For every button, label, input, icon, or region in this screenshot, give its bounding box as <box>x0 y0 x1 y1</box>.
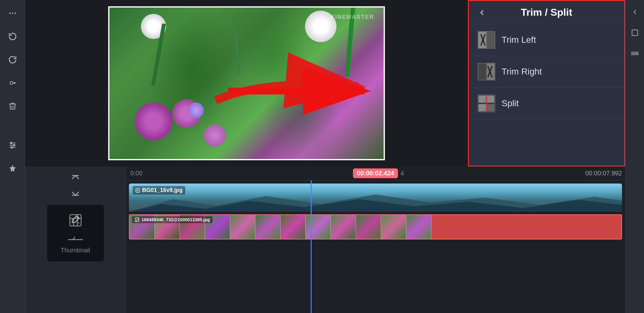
timeline-main: 0:00 00:00:02.424 4 00:00:07.992 <box>126 167 625 313</box>
redo-button[interactable] <box>6 53 19 67</box>
svg-rect-21 <box>479 96 486 103</box>
thumbnail-label: Thumbnail <box>61 247 90 254</box>
svg-rect-38 <box>632 30 638 36</box>
svg-rect-23 <box>479 104 486 111</box>
svg-rect-13 <box>478 32 486 48</box>
svg-point-37 <box>136 219 137 219</box>
trim-down-button[interactable] <box>69 187 82 200</box>
svg-rect-22 <box>487 96 494 103</box>
back-button[interactable] <box>476 7 488 18</box>
svg-rect-17 <box>486 63 495 80</box>
svg-point-3 <box>10 81 13 84</box>
ruler-current-time: 00:00:02.424 <box>353 168 398 178</box>
thumbnail-block[interactable]: Thumbnail <box>47 205 104 261</box>
track-bg-label: BG01_16v9.jpg <box>133 186 185 195</box>
more-options-button[interactable] <box>6 6 19 20</box>
adjust-levels-button[interactable] <box>6 138 19 152</box>
timeline-ruler: 0:00 00:00:02.424 4 00:00:07.992 <box>126 167 625 180</box>
trim-up-button[interactable] <box>69 171 82 184</box>
top-section: KINEMASTER <box>25 0 625 167</box>
trim-split-panel: Trim / Split Trim Left <box>468 0 625 167</box>
timeline-section: Thumbnail 0:00 00:00:02.424 4 00:00:07.9… <box>25 167 625 313</box>
flower-thumb-7 <box>280 215 306 239</box>
track-flower[interactable]: 168489346_732@1000013385.jpg <box>129 214 622 239</box>
pin-button[interactable] <box>6 162 19 175</box>
left-sidebar <box>0 0 25 313</box>
ruler-start-time: 0:00 <box>130 170 142 177</box>
track-flower-label: 168489346_732@1000013385.jpg <box>132 216 213 223</box>
trim-left-label: Trim Left <box>502 35 536 45</box>
flower-thumb-10 <box>356 215 381 239</box>
svg-point-0 <box>9 13 11 14</box>
flower-scene: KINEMASTER <box>109 8 384 159</box>
svg-point-7 <box>10 142 12 144</box>
watermark: KINEMASTER <box>330 14 374 20</box>
back-arrow-button[interactable] <box>629 6 641 18</box>
right-sidebar <box>625 0 644 313</box>
track-background[interactable]: BG01_16v9.jpg <box>129 184 622 212</box>
trim-right-icon <box>478 63 495 80</box>
svg-rect-24 <box>487 104 494 111</box>
flower-thumb-6 <box>255 215 280 239</box>
ruler-mark: 4 <box>400 170 404 177</box>
panel-title: Trim / Split <box>493 7 600 18</box>
panel-header: Trim / Split <box>469 1 624 24</box>
flower-thumb-5 <box>230 215 255 239</box>
timeline-left-controls: Thumbnail <box>25 167 126 313</box>
split-label: Split <box>502 98 519 108</box>
timeline-tracks: BG01_16v9.jpg 168489346_732@1000013385.j… <box>126 180 625 313</box>
svg-line-30 <box>78 222 79 223</box>
svg-rect-32 <box>68 239 83 240</box>
svg-point-2 <box>14 13 16 14</box>
split-icon <box>478 95 495 112</box>
video-preview: KINEMASTER <box>25 0 468 167</box>
key-frame-button[interactable] <box>6 76 19 90</box>
flower-thumb-9 <box>331 215 356 239</box>
flower-thumb-11 <box>381 215 406 239</box>
ruler-end-time: 00:00:07.992 <box>585 170 622 177</box>
undo-button[interactable] <box>6 30 19 43</box>
video-frame: KINEMASTER <box>108 6 385 160</box>
flower-thumb-12 <box>406 215 431 239</box>
timeline-controls <box>69 171 82 200</box>
menu-lines-button[interactable] <box>629 48 641 59</box>
trim-left-icon <box>478 31 495 49</box>
trim-right-button[interactable]: Trim Right <box>469 56 624 88</box>
split-button[interactable]: Split <box>469 88 624 119</box>
svg-point-1 <box>12 13 13 14</box>
svg-point-9 <box>11 147 13 148</box>
flower-thumb-8 <box>306 215 331 239</box>
main-area: KINEMASTER <box>25 0 625 313</box>
delete-button[interactable] <box>6 99 19 113</box>
trim-left-button[interactable]: Trim Left <box>469 24 624 56</box>
square-button[interactable] <box>629 27 641 38</box>
svg-point-8 <box>13 145 15 146</box>
trim-right-label: Trim Right <box>502 67 542 77</box>
playhead[interactable] <box>311 180 312 313</box>
